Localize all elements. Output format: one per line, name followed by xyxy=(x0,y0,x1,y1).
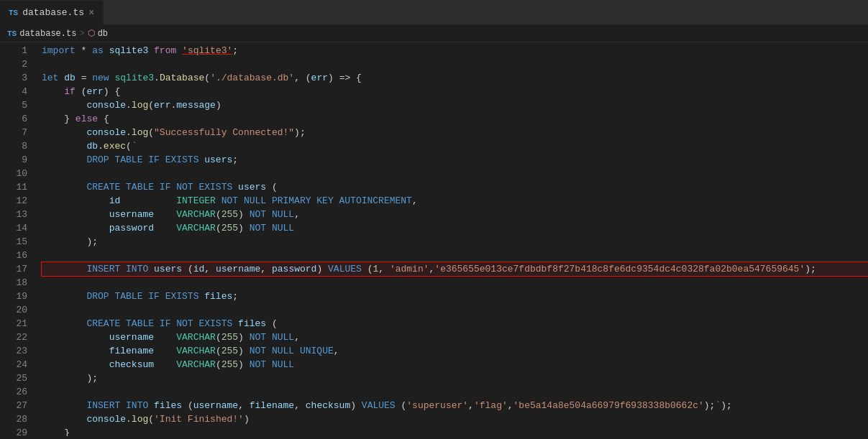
line-num-7: 7 xyxy=(0,126,27,139)
code-line-19: DROP TABLE IF EXISTS files; xyxy=(42,290,868,303)
breadcrumb-separator: > xyxy=(79,29,84,39)
tab-bar: TS database.ts × xyxy=(0,0,868,25)
breadcrumb-file[interactable]: database.ts xyxy=(19,29,76,39)
line-num-15: 15 xyxy=(0,235,27,249)
code-line-28: console.log('Init Finished!') xyxy=(42,412,868,426)
code-line-22: username VARCHAR(255) NOT NULL, xyxy=(42,331,868,344)
line-num-11: 11 xyxy=(0,180,27,194)
line-num-21: 21 xyxy=(0,317,27,331)
breadcrumb-ts-icon: TS xyxy=(7,29,17,38)
line-num-1: 1 xyxy=(0,44,27,57)
line-num-18: 18 xyxy=(0,276,27,290)
tab-filename: database.ts xyxy=(22,7,84,18)
breadcrumb-symbol[interactable]: db xyxy=(98,29,108,39)
line-num-25: 25 xyxy=(0,371,27,385)
code-line-21: CREATE TABLE IF NOT EXISTS files ( xyxy=(42,317,868,331)
code-line-18 xyxy=(42,276,868,290)
line-num-22: 22 xyxy=(0,331,27,344)
tab-database-ts[interactable]: TS database.ts × xyxy=(0,0,104,25)
code-line-25: ); xyxy=(42,371,868,385)
breadcrumb-symbol-icon: ⬡ xyxy=(88,28,95,39)
code-line-4: if (err) { xyxy=(42,85,868,98)
code-line-29: } xyxy=(42,426,868,436)
line-num-29: 29 xyxy=(0,426,27,436)
code-line-16 xyxy=(42,249,868,262)
line-num-4: 4 xyxy=(0,85,27,98)
typescript-icon: TS xyxy=(9,9,18,17)
line-num-24: 24 xyxy=(0,358,27,371)
code-line-26 xyxy=(42,385,868,399)
tab-close-button[interactable]: × xyxy=(88,7,94,19)
line-num-5: 5 xyxy=(0,98,27,112)
line-num-27: 27 xyxy=(0,399,27,412)
code-line-27: INSERT INTO files (username, filename, c… xyxy=(42,399,868,412)
code-line-5: console.log(err.message) xyxy=(42,98,868,112)
code-line-14: password VARCHAR(255) NOT NULL xyxy=(42,221,868,235)
code-line-1: import * as sqlite3 from 'sqlite3'; xyxy=(42,44,868,57)
code-line-3: let db = new sqlite3.Database('./databas… xyxy=(42,71,868,85)
line-num-19: 19 xyxy=(0,290,27,303)
line-num-6: 6 xyxy=(0,112,27,126)
editor: 1 2 3 4 5 6 7 8 9 10 11 12 13 14 15 16 1… xyxy=(0,42,868,436)
line-num-12: 12 xyxy=(0,194,27,208)
line-num-26: 26 xyxy=(0,385,27,399)
code-line-12: id INTEGER NOT NULL PRIMARY KEY AUTOINCR… xyxy=(42,194,868,208)
line-num-14: 14 xyxy=(0,221,27,235)
line-num-16: 16 xyxy=(0,249,27,262)
code-line-13: username VARCHAR(255) NOT NULL, xyxy=(42,208,868,221)
line-num-10: 10 xyxy=(0,167,27,180)
code-line-2 xyxy=(42,57,868,71)
line-num-13: 13 xyxy=(0,208,27,221)
code-line-11: CREATE TABLE IF NOT EXISTS users ( xyxy=(42,180,868,194)
line-num-23: 23 xyxy=(0,344,27,358)
line-num-8: 8 xyxy=(0,139,27,153)
code-line-24: checksum VARCHAR(255) NOT NULL xyxy=(42,358,868,371)
line-num-17: 17 xyxy=(0,262,27,276)
line-num-9: 9 xyxy=(0,153,27,167)
line-num-20: 20 xyxy=(0,303,27,317)
line-num-28: 28 xyxy=(0,412,27,426)
line-num-3: 3 xyxy=(0,71,27,85)
line-numbers: 1 2 3 4 5 6 7 8 9 10 11 12 13 14 15 16 1… xyxy=(0,42,36,436)
code-line-6: } else { xyxy=(42,112,868,126)
code-line-23: filename VARCHAR(255) NOT NULL UNIQUE, xyxy=(42,344,868,358)
code-content[interactable]: import * as sqlite3 from 'sqlite3'; let … xyxy=(36,42,868,436)
code-line-8: db.exec(` xyxy=(42,139,868,153)
code-line-10 xyxy=(42,167,868,180)
code-line-17: INSERT INTO users (id, username, passwor… xyxy=(42,262,868,276)
code-line-20 xyxy=(42,303,868,317)
code-line-15: ); xyxy=(42,235,868,249)
code-line-9: DROP TABLE IF EXISTS users; xyxy=(42,153,868,167)
breadcrumb: TS database.ts > ⬡ db xyxy=(0,25,868,42)
code-line-7: console.log("Successfully Connected!"); xyxy=(42,126,868,139)
line-num-2: 2 xyxy=(0,57,27,71)
